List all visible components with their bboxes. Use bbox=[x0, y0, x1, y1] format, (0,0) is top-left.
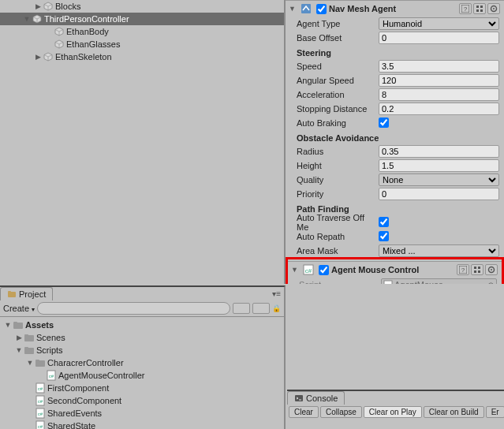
search-filter-button[interactable] bbox=[233, 303, 250, 314]
project-item-label: Assets bbox=[25, 320, 54, 330]
project-item-label: FirstComponent bbox=[47, 383, 109, 393]
project-item[interactable]: c#FirstComponent bbox=[0, 382, 284, 394]
radius-input[interactable] bbox=[379, 145, 499, 158]
project-item[interactable]: c#SharedState bbox=[0, 420, 284, 429]
hierarchy-item[interactable]: EthanGlasses bbox=[0, 38, 284, 50]
project-item[interactable]: CharacrerController bbox=[0, 356, 284, 369]
expand-arrow-icon[interactable] bbox=[22, 15, 32, 23]
help-button[interactable]: ? bbox=[459, 3, 472, 14]
object-picker-icon[interactable]: ◉ bbox=[487, 281, 495, 285]
console-collapse-button[interactable]: Collapse bbox=[320, 406, 362, 418]
save-search-button[interactable] bbox=[252, 303, 270, 314]
script-icon: c# bbox=[35, 382, 46, 394]
project-item[interactable]: Assets bbox=[0, 319, 284, 331]
agent-mouse-enabled-checkbox[interactable] bbox=[319, 265, 329, 275]
hierarchy-item[interactable]: EthanBody bbox=[0, 25, 284, 38]
console-clear-on-play-button[interactable]: Clear on Play bbox=[364, 406, 422, 418]
priority-label: Priority bbox=[297, 189, 379, 199]
foldout-arrow-icon[interactable] bbox=[291, 266, 301, 274]
project-item-label: Scripts bbox=[36, 345, 63, 355]
console-clear-button[interactable]: Clear bbox=[289, 406, 319, 418]
lock-icon[interactable]: 🔒 bbox=[272, 304, 281, 312]
navmesh-agent-header[interactable]: Nav Mesh Agent ? bbox=[286, 0, 504, 17]
project-panel: Project ▾≡ Create ▾ 🔒 AssetsScenesScript… bbox=[0, 285, 286, 429]
angular-speed-input[interactable] bbox=[379, 74, 499, 87]
obstacle-avoidance-heading: Obstacle Avoidance bbox=[286, 130, 504, 144]
navmesh-title: Nav Mesh Agent bbox=[329, 4, 458, 13]
foldout-arrow-icon[interactable] bbox=[289, 5, 298, 13]
project-item-label: CharacrerController bbox=[47, 358, 124, 367]
project-item[interactable]: c#AgentMouseController bbox=[0, 369, 284, 382]
auto-traverse-checkbox[interactable] bbox=[379, 217, 389, 227]
console-panel: Console ClearCollapseClear on PlayClear … bbox=[287, 390, 504, 429]
height-input[interactable] bbox=[379, 159, 499, 172]
gear-icon[interactable] bbox=[487, 3, 500, 14]
stopping-distance-label: Stopping Distance bbox=[297, 104, 379, 114]
hierarchy-item-label: EthanSkeleton bbox=[55, 52, 112, 62]
auto-braking-checkbox[interactable] bbox=[379, 118, 389, 128]
svg-rect-6 bbox=[480, 9, 483, 12]
script-icon: c# bbox=[35, 408, 46, 419]
svg-rect-16 bbox=[478, 270, 480, 273]
script-label: Script bbox=[299, 280, 381, 284]
angular-speed-label: Angular Speed bbox=[297, 76, 379, 85]
svg-rect-19 bbox=[384, 281, 392, 284]
acceleration-input[interactable] bbox=[379, 88, 499, 101]
quality-label: Quality bbox=[297, 175, 379, 185]
speed-input[interactable] bbox=[379, 60, 499, 73]
project-item-label: SharedState bbox=[47, 421, 95, 429]
hierarchy-item[interactable]: Blocks bbox=[0, 0, 284, 13]
create-button[interactable]: Create ▾ bbox=[3, 304, 35, 313]
folder-icon bbox=[35, 357, 46, 368]
project-item-label: SharedEvents bbox=[47, 408, 102, 418]
preset-button[interactable] bbox=[473, 3, 486, 14]
help-button[interactable]: ? bbox=[457, 264, 469, 275]
svg-rect-27 bbox=[24, 335, 34, 341]
script-field: AgentMouse◉ bbox=[381, 278, 497, 284]
agent-type-select[interactable]: Humanoid bbox=[379, 17, 499, 30]
auto-repath-checkbox[interactable] bbox=[379, 231, 389, 241]
project-item[interactable]: c#SharedEvents bbox=[0, 407, 284, 420]
panel-menu-icon[interactable]: ▾≡ bbox=[272, 289, 281, 298]
console-er-button[interactable]: Er bbox=[486, 406, 504, 418]
priority-input[interactable] bbox=[379, 188, 499, 200]
project-item-label: Scenes bbox=[36, 333, 65, 342]
svg-rect-23 bbox=[8, 292, 16, 297]
agent-mouse-highlight: c# Agent Mouse Control ? ScriptAgentMous… bbox=[286, 257, 504, 284]
console-tab[interactable]: Console bbox=[287, 391, 345, 405]
stopping-distance-input[interactable] bbox=[379, 103, 499, 115]
svg-text:c#: c# bbox=[305, 267, 312, 274]
navmesh-enabled-checkbox[interactable] bbox=[316, 4, 327, 14]
expand-arrow-icon[interactable] bbox=[33, 53, 43, 61]
project-item[interactable]: Scripts bbox=[0, 344, 284, 356]
project-search-input[interactable] bbox=[37, 302, 230, 315]
console-clear-on-build-button[interactable]: Clear on Build bbox=[424, 406, 484, 418]
script-component-icon: c# bbox=[302, 263, 315, 276]
expand-arrow-icon[interactable] bbox=[33, 2, 43, 10]
svg-rect-5 bbox=[476, 9, 479, 12]
hierarchy-item[interactable]: EthanSkeleton bbox=[0, 50, 284, 63]
project-item[interactable]: Scenes bbox=[0, 331, 284, 344]
quality-select[interactable]: None bbox=[379, 173, 499, 186]
script-icon: c# bbox=[46, 370, 57, 381]
expand-arrow-icon[interactable] bbox=[14, 334, 24, 341]
expand-arrow-icon[interactable] bbox=[3, 321, 13, 329]
hierarchy-item[interactable]: ThirdPersonController bbox=[0, 13, 284, 25]
area-mask-select[interactable]: Mixed ... bbox=[379, 244, 499, 257]
project-item[interactable]: c#SecondComponent bbox=[0, 394, 284, 407]
base-offset-input[interactable] bbox=[379, 32, 499, 44]
gameobject-icon bbox=[54, 39, 65, 50]
svg-text:c#: c# bbox=[49, 374, 54, 379]
script-icon: c# bbox=[35, 395, 46, 406]
agent-mouse-header[interactable]: c# Agent Mouse Control ? bbox=[288, 261, 502, 278]
gear-icon[interactable] bbox=[485, 264, 498, 275]
preset-button[interactable] bbox=[471, 264, 483, 275]
expand-arrow-icon[interactable] bbox=[25, 359, 35, 367]
expand-arrow-icon[interactable] bbox=[14, 346, 24, 354]
svg-rect-15 bbox=[474, 270, 476, 273]
svg-text:?: ? bbox=[461, 267, 465, 274]
project-tab[interactable]: Project bbox=[0, 287, 53, 300]
acceleration-label: Acceleration bbox=[297, 90, 379, 99]
base-offset-label: Base Offset bbox=[297, 33, 379, 43]
gameobject-icon bbox=[43, 1, 54, 12]
